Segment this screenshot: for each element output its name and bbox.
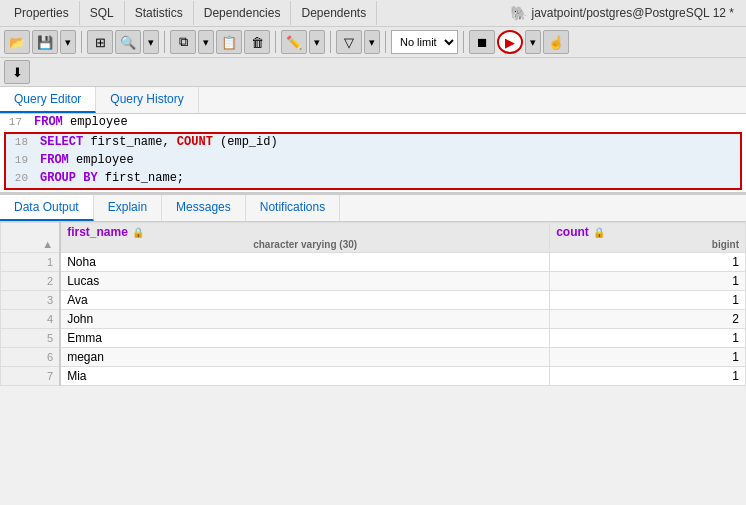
- row-num-cell: 4: [1, 310, 61, 329]
- row-num-cell: 3: [1, 291, 61, 310]
- tab-statistics[interactable]: Statistics: [125, 1, 194, 25]
- download-button[interactable]: ⬇: [4, 60, 30, 84]
- tab-notifications[interactable]: Notifications: [246, 195, 340, 221]
- firstname-cell: Lucas: [60, 272, 550, 291]
- col-label-count: count: [556, 225, 589, 239]
- table-row[interactable]: 3 Ava 1: [1, 291, 746, 310]
- edit-dropdown[interactable]: ▾: [309, 30, 325, 54]
- table-row[interactable]: 4 John 2: [1, 310, 746, 329]
- row-num-header: ▲: [1, 223, 61, 253]
- connection-info: 🐘 javatpoint/postgres@PostgreSQL 12 *: [502, 0, 742, 26]
- elephant-icon: 🐘: [510, 5, 527, 21]
- sort-icon: ▲: [42, 238, 53, 250]
- edit-button[interactable]: ✏️: [281, 30, 307, 54]
- firstname-cell: megan: [60, 348, 550, 367]
- results-table: ▲ first_name 🔒 character varying (30) co…: [0, 222, 746, 386]
- separator-6: [463, 31, 464, 53]
- delete-button[interactable]: 🗑: [244, 30, 270, 54]
- row-num-cell: 7: [1, 367, 61, 386]
- connection-text: javatpoint/postgres@PostgreSQL 12 *: [531, 6, 734, 20]
- stop-button[interactable]: ⏹: [469, 30, 495, 54]
- col-type-count: bigint: [556, 239, 739, 250]
- tab-data-output[interactable]: Data Output: [0, 195, 94, 221]
- tab-query-editor[interactable]: Query Editor: [0, 87, 96, 113]
- table-view-button[interactable]: ⊞: [87, 30, 113, 54]
- table-row[interactable]: 1 Noha 1: [1, 253, 746, 272]
- table-row[interactable]: 2 Lucas 1: [1, 272, 746, 291]
- bottom-tabs: Data Output Explain Messages Notificatio…: [0, 194, 746, 222]
- row-num-cell: 2: [1, 272, 61, 291]
- data-output-panel: ▲ first_name 🔒 character varying (30) co…: [0, 222, 746, 386]
- copy-dropdown[interactable]: ▾: [198, 30, 214, 54]
- run-dropdown[interactable]: ▾: [525, 30, 541, 54]
- col-label-firstname: first_name: [67, 225, 128, 239]
- open-file-button[interactable]: 📂: [4, 30, 30, 54]
- paste-button[interactable]: 📋: [216, 30, 242, 54]
- row-num-cell: 1: [1, 253, 61, 272]
- separator-5: [385, 31, 386, 53]
- firstname-cell: Mia: [60, 367, 550, 386]
- table-body: 1 Noha 1 2 Lucas 1 3 Ava 1 4 John 2 5 Em…: [1, 253, 746, 386]
- count-cell: 1: [550, 367, 746, 386]
- count-cell: 1: [550, 329, 746, 348]
- tab-messages[interactable]: Messages: [162, 195, 246, 221]
- line-num-19: 19: [6, 154, 36, 166]
- tab-dependencies[interactable]: Dependencies: [194, 1, 292, 25]
- count-cell: 1: [550, 348, 746, 367]
- row-num-cell: 5: [1, 329, 61, 348]
- search-button[interactable]: 🔍: [115, 30, 141, 54]
- table-row[interactable]: 7 Mia 1: [1, 367, 746, 386]
- code-line-18: 18 SELECT first_name, COUNT (emp_id): [6, 134, 740, 152]
- line-num-17: 17: [0, 116, 30, 128]
- separator-3: [275, 31, 276, 53]
- row-num-cell: 6: [1, 348, 61, 367]
- extra-button[interactable]: ☝: [543, 30, 569, 54]
- tab-dependents[interactable]: Dependents: [291, 1, 377, 25]
- query-tabs: Query Editor Query History: [0, 87, 746, 114]
- tab-query-history[interactable]: Query History: [96, 87, 198, 113]
- col-header-firstname[interactable]: first_name 🔒 character varying (30): [60, 223, 550, 253]
- save-dropdown[interactable]: ▾: [60, 30, 76, 54]
- firstname-cell: John: [60, 310, 550, 329]
- table-row[interactable]: 6 megan 1: [1, 348, 746, 367]
- count-cell: 1: [550, 272, 746, 291]
- table-row[interactable]: 5 Emma 1: [1, 329, 746, 348]
- search-dropdown[interactable]: ▾: [143, 30, 159, 54]
- separator-4: [330, 31, 331, 53]
- limit-select[interactable]: No limit 100 500 1000: [391, 30, 458, 54]
- code-content-17: FROM employee: [30, 114, 746, 130]
- lock-icon-count: 🔒: [593, 227, 605, 238]
- tab-explain[interactable]: Explain: [94, 195, 162, 221]
- firstname-cell: Noha: [60, 253, 550, 272]
- code-content-19: FROM employee: [36, 152, 740, 168]
- code-line-19: 19 FROM employee: [6, 152, 740, 170]
- save-file-button[interactable]: 💾: [32, 30, 58, 54]
- highlighted-query-block: 18 SELECT first_name, COUNT (emp_id) 19 …: [4, 132, 742, 190]
- code-content-20: GROUP BY first_name;: [36, 170, 740, 186]
- code-line-17: 17 FROM employee: [0, 114, 746, 132]
- filter-button[interactable]: ▽: [336, 30, 362, 54]
- separator-1: [81, 31, 82, 53]
- code-line-20: 20 GROUP BY first_name;: [6, 170, 740, 188]
- lock-icon-firstname: 🔒: [132, 227, 144, 238]
- toolbar-row2: ⬇: [0, 58, 746, 87]
- tab-sql[interactable]: SQL: [80, 1, 125, 25]
- count-cell: 2: [550, 310, 746, 329]
- line-num-18: 18: [6, 136, 36, 148]
- count-cell: 1: [550, 253, 746, 272]
- firstname-cell: Ava: [60, 291, 550, 310]
- col-type-firstname: character varying (30): [67, 239, 543, 250]
- line-num-20: 20: [6, 172, 36, 184]
- editor-area[interactable]: 17 FROM employee 18 SELECT first_name, C…: [0, 114, 746, 194]
- run-button[interactable]: ▶: [497, 30, 523, 54]
- filter-dropdown[interactable]: ▾: [364, 30, 380, 54]
- col-header-count[interactable]: count 🔒 bigint: [550, 223, 746, 253]
- table-header-row: ▲ first_name 🔒 character varying (30) co…: [1, 223, 746, 253]
- firstname-cell: Emma: [60, 329, 550, 348]
- tab-properties[interactable]: Properties: [4, 1, 80, 25]
- toolbar: 📂 💾 ▾ ⊞ 🔍 ▾ ⧉ ▾ 📋 🗑 ✏️ ▾ ▽ ▾ No limit 10…: [0, 27, 746, 58]
- code-content-18: SELECT first_name, COUNT (emp_id): [36, 134, 740, 150]
- copy-button[interactable]: ⧉: [170, 30, 196, 54]
- top-nav-tabs: Properties SQL Statistics Dependencies D…: [0, 0, 746, 27]
- separator-2: [164, 31, 165, 53]
